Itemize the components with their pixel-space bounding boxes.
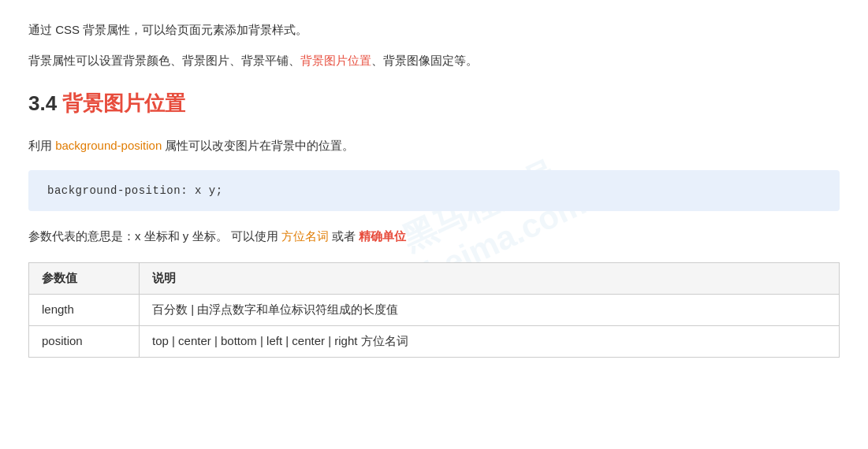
code-block: background-position: x y; — [28, 170, 840, 211]
intro-paragraph-2: 背景属性可以设置背景颜色、背景图片、背景平铺、背景图片位置、背景图像固定等。 — [28, 50, 840, 71]
section-title: 3.4 背景图片位置 — [28, 90, 840, 121]
params-before: 参数代表的意思是：x 坐标和 y 坐标。 可以使用 — [28, 229, 281, 243]
main-content: 通过 CSS 背景属性，可以给页面元素添加背景样式。 背景属性可以设置背景颜色、… — [28, 19, 840, 358]
params-middle: 或者 — [329, 229, 359, 243]
intro2-after: 、背景图像固定等。 — [371, 54, 478, 67]
intro2-link[interactable]: 背景图片位置 — [300, 54, 371, 67]
intro1-text: 通过 CSS 背景属性，可以给页面元素添加背景样式。 — [28, 23, 307, 36]
params-link1: 方位名词 — [281, 229, 329, 243]
params-link2: 精确单位 — [359, 229, 406, 243]
table-header-param: 参数值 — [29, 263, 140, 295]
table-row: length百分数 | 由浮点数字和单位标识符组成的长度值 — [29, 295, 840, 326]
description-paragraph: 利用 background-position 属性可以改变图片在背景中的位置。 — [28, 135, 840, 156]
table-header-desc: 说明 — [140, 263, 840, 295]
section-number: 3.4 — [28, 91, 62, 115]
params-table: 参数值 说明 length百分数 | 由浮点数字和单位标识符组成的长度值posi… — [28, 262, 840, 358]
table-cell-param: position — [29, 326, 140, 358]
desc-after: 属性可以改变图片在背景中的位置。 — [162, 139, 354, 152]
section-title-text: 背景图片位置 — [62, 91, 185, 115]
table-row: positiontop | center | bottom | left | c… — [29, 326, 840, 358]
params-paragraph: 参数代表的意思是：x 坐标和 y 坐标。 可以使用 方位名词 或者 精确单位 — [28, 225, 840, 247]
table-cell-desc: top | center | bottom | left | center | … — [140, 326, 840, 358]
table-header-row: 参数值 说明 — [29, 263, 840, 295]
table-cell-param: length — [29, 295, 140, 326]
desc-link: background-position — [55, 139, 162, 152]
intro2-before: 背景属性可以设置背景颜色、背景图片、背景平铺、 — [28, 54, 300, 67]
table-cell-desc: 百分数 | 由浮点数字和单位标识符组成的长度值 — [140, 295, 840, 326]
code-text: background-position: x y; — [47, 184, 223, 197]
desc-before: 利用 — [28, 139, 55, 152]
intro-paragraph-1: 通过 CSS 背景属性，可以给页面元素添加背景样式。 — [28, 19, 840, 40]
